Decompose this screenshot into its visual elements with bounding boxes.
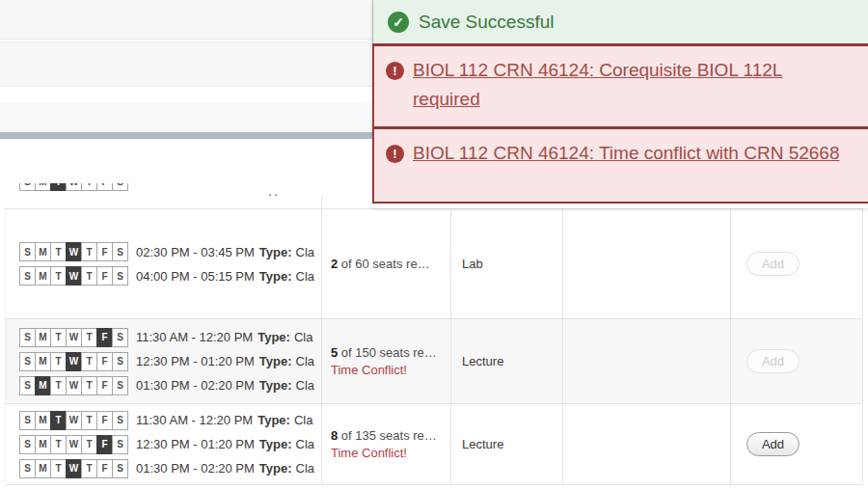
day-cell: T (81, 328, 97, 347)
meeting-time: 12:30 PM - 01:20 PM (136, 437, 255, 451)
exclamation-circle-icon: ! (386, 62, 404, 80)
day-cell: F (96, 459, 113, 478)
day-cell: T (81, 411, 97, 430)
day-cell-active: T (50, 183, 67, 191)
add-button[interactable]: Add (746, 252, 800, 276)
meeting-time: 11:30 AM - 12:20 PM (136, 330, 253, 344)
add-cell: Add (730, 319, 862, 403)
partial-row-strip: SMTWTFS .. (0, 183, 366, 208)
seats-status: 5 of 150 seats re… (331, 345, 450, 360)
day-cell-active: M (35, 376, 51, 395)
meeting-line: SMTWTFS 01:30 PM - 02:20 PM Type: Cla (19, 458, 321, 479)
meeting-line: SMTWTFS 04:00 PM - 05:15 PM Type: Cla (19, 265, 321, 286)
table-row: SMTWTFS 02:30 PM - 03:45 PM Type: Cla SM… (6, 209, 862, 319)
day-cell: F (96, 352, 113, 371)
day-cell: T (81, 183, 97, 191)
error-notification: ! BIOL 112 CRN 46124: Time conflict with… (372, 126, 868, 204)
add-cell: Add (730, 209, 862, 318)
type-label: Type: (259, 354, 292, 368)
schedule-type-cell: Lecture (450, 319, 562, 403)
type-value: Cla (296, 461, 315, 476)
day-cell: T (81, 242, 97, 261)
time-conflict-warning: Time Conflict! (331, 446, 450, 460)
day-cell: F (96, 266, 113, 286)
day-cell: F (96, 411, 113, 430)
column-divider-fragment (321, 196, 322, 208)
schedule-type-cell: Lecture (450, 404, 562, 484)
exclamation-circle-icon: ! (386, 145, 404, 163)
day-cell: T (50, 242, 67, 261)
day-selector: SMTWTFS (19, 266, 128, 286)
seats-cell: 8 of 135 seats re… Time Conflict! (321, 404, 450, 484)
schedule-type: Lab (462, 257, 562, 271)
type-label: Type: (258, 330, 290, 344)
day-cell-active: T (50, 411, 67, 430)
meeting-line: SMTWTFS 01:30 PM - 02:20 PM Type: Cla (19, 375, 321, 396)
add-button[interactable]: Add (746, 349, 800, 373)
day-cell: W (66, 411, 82, 430)
type-value: Cla (296, 354, 315, 368)
day-cell: S (112, 352, 128, 371)
table-row: SMTWTFS 11:30 AM - 12:20 PM Type: Cla SM… (6, 319, 862, 404)
class-search-results-table: SMTWTFS 02:30 PM - 03:45 PM Type: Cla SM… (5, 208, 863, 485)
day-cell: M (35, 183, 51, 191)
type-value: Cla (294, 413, 313, 427)
day-cell: T (50, 266, 67, 286)
meeting-time: 04:00 PM - 05:15 PM (136, 269, 255, 284)
seats-text: of 150 seats re… (338, 345, 437, 360)
seats-status: 8 of 135 seats re… (331, 428, 450, 443)
day-cell: T (50, 435, 67, 454)
day-cell: S (19, 183, 36, 191)
day-selector: SMTWTFS (19, 352, 128, 371)
day-cell: S (112, 266, 128, 286)
meeting-time: 12:30 PM - 01:20 PM (136, 354, 255, 368)
day-selector: SMTWTFS (19, 328, 128, 347)
day-selector: SMTWTFS (19, 411, 128, 430)
day-cell: S (112, 376, 128, 395)
day-cell-active: F (96, 435, 113, 454)
day-cell: M (35, 411, 51, 430)
day-selector: SMTWTFS (19, 435, 128, 454)
day-cell: M (35, 459, 51, 478)
schedule-type: Lecture (462, 437, 562, 451)
meeting-time: 11:30 AM - 12:20 PM (136, 413, 253, 427)
day-cell: F (96, 242, 113, 261)
truncated-text-dots: .. (268, 183, 280, 199)
type-value: Cla (294, 330, 313, 344)
day-cell: M (35, 328, 51, 347)
day-cell: T (50, 328, 67, 347)
schedule-type: Lecture (462, 354, 562, 368)
day-cell: F (96, 376, 113, 395)
day-cell: S (19, 435, 36, 454)
day-cell: S (19, 459, 36, 478)
time-conflict-warning: Time Conflict! (331, 363, 450, 377)
day-cell: S (112, 183, 128, 191)
meeting-times-cell: SMTWTFS 11:30 AM - 12:20 PM Type: Cla SM… (6, 319, 321, 403)
type-label: Type: (259, 269, 292, 284)
day-cell: T (81, 266, 97, 286)
error-time-conflict-link[interactable]: BIOL 112 CRN 46124: Time conflict with C… (413, 139, 839, 168)
day-cell: F (96, 183, 113, 191)
schedule-type-cell: Lab (450, 209, 562, 318)
seats-status: 2 of 60 seats re… (331, 257, 450, 271)
seats-text: of 135 seats re… (338, 428, 437, 443)
seats-cell: 2 of 60 seats re… (321, 209, 450, 318)
type-label: Type: (258, 413, 290, 427)
day-cell: S (19, 328, 36, 347)
meeting-times-cell: SMTWTFS 11:30 AM - 12:20 PM Type: Cla SM… (6, 404, 321, 484)
type-label: Type: (259, 461, 292, 476)
meeting-line: SMTWTFS 12:30 PM - 01:20 PM Type: Cla (19, 351, 321, 372)
day-cell: W (66, 435, 82, 454)
day-cell: S (112, 242, 128, 261)
meeting-time: 01:30 PM - 02:20 PM (136, 378, 255, 393)
add-button[interactable]: Add (746, 432, 800, 456)
meeting-line: SMTWTFS 11:30 AM - 12:20 PM Type: Cla (19, 327, 321, 348)
empty-cell (562, 319, 730, 403)
day-selector: SMTWTFS (19, 242, 128, 261)
save-successful-label: Save Successful (419, 12, 554, 33)
day-cell-active: W (66, 242, 82, 261)
day-cell: T (81, 435, 97, 454)
seats-text: of 60 seats re… (338, 257, 429, 271)
day-cell: W (66, 376, 82, 395)
error-corequisite-link[interactable]: BIOL 112 CRN 46124: Corequisite BIOL 112… (413, 56, 849, 114)
